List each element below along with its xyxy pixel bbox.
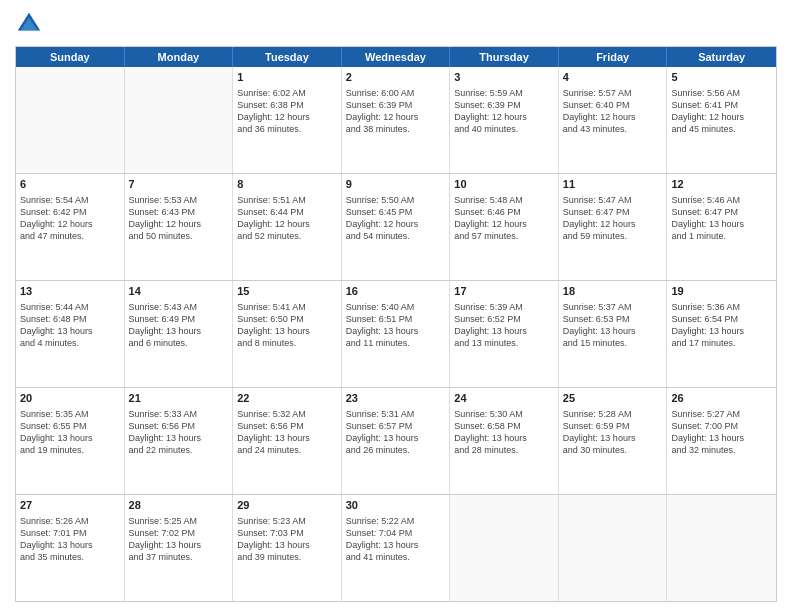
day-cell-18: 18Sunrise: 5:37 AM Sunset: 6:53 PM Dayli… xyxy=(559,281,668,387)
day-info: Sunrise: 5:40 AM Sunset: 6:51 PM Dayligh… xyxy=(346,301,446,350)
day-cell-4: 4Sunrise: 5:57 AM Sunset: 6:40 PM Daylig… xyxy=(559,67,668,173)
day-number: 28 xyxy=(129,498,229,513)
day-cell-21: 21Sunrise: 5:33 AM Sunset: 6:56 PM Dayli… xyxy=(125,388,234,494)
day-number: 6 xyxy=(20,177,120,192)
day-info: Sunrise: 5:48 AM Sunset: 6:46 PM Dayligh… xyxy=(454,194,554,243)
day-number: 29 xyxy=(237,498,337,513)
day-cell-20: 20Sunrise: 5:35 AM Sunset: 6:55 PM Dayli… xyxy=(16,388,125,494)
day-number: 25 xyxy=(563,391,663,406)
day-cell-24: 24Sunrise: 5:30 AM Sunset: 6:58 PM Dayli… xyxy=(450,388,559,494)
header-cell-sunday: Sunday xyxy=(16,47,125,67)
day-number: 12 xyxy=(671,177,772,192)
day-cell-10: 10Sunrise: 5:48 AM Sunset: 6:46 PM Dayli… xyxy=(450,174,559,280)
day-number: 15 xyxy=(237,284,337,299)
empty-cell xyxy=(450,495,559,601)
day-cell-19: 19Sunrise: 5:36 AM Sunset: 6:54 PM Dayli… xyxy=(667,281,776,387)
calendar-header-row: SundayMondayTuesdayWednesdayThursdayFrid… xyxy=(16,47,776,67)
day-cell-14: 14Sunrise: 5:43 AM Sunset: 6:49 PM Dayli… xyxy=(125,281,234,387)
day-number: 23 xyxy=(346,391,446,406)
day-cell-22: 22Sunrise: 5:32 AM Sunset: 6:56 PM Dayli… xyxy=(233,388,342,494)
day-cell-27: 27Sunrise: 5:26 AM Sunset: 7:01 PM Dayli… xyxy=(16,495,125,601)
header xyxy=(15,10,777,38)
day-number: 18 xyxy=(563,284,663,299)
day-info: Sunrise: 5:25 AM Sunset: 7:02 PM Dayligh… xyxy=(129,515,229,564)
day-info: Sunrise: 5:51 AM Sunset: 6:44 PM Dayligh… xyxy=(237,194,337,243)
day-number: 3 xyxy=(454,70,554,85)
calendar: SundayMondayTuesdayWednesdayThursdayFrid… xyxy=(15,46,777,602)
day-cell-2: 2Sunrise: 6:00 AM Sunset: 6:39 PM Daylig… xyxy=(342,67,451,173)
day-cell-29: 29Sunrise: 5:23 AM Sunset: 7:03 PM Dayli… xyxy=(233,495,342,601)
day-info: Sunrise: 5:22 AM Sunset: 7:04 PM Dayligh… xyxy=(346,515,446,564)
day-number: 2 xyxy=(346,70,446,85)
day-number: 1 xyxy=(237,70,337,85)
day-info: Sunrise: 5:33 AM Sunset: 6:56 PM Dayligh… xyxy=(129,408,229,457)
logo-icon xyxy=(15,10,43,38)
day-cell-12: 12Sunrise: 5:46 AM Sunset: 6:47 PM Dayli… xyxy=(667,174,776,280)
day-number: 30 xyxy=(346,498,446,513)
week-row-5: 27Sunrise: 5:26 AM Sunset: 7:01 PM Dayli… xyxy=(16,495,776,601)
day-info: Sunrise: 5:56 AM Sunset: 6:41 PM Dayligh… xyxy=(671,87,772,136)
header-cell-friday: Friday xyxy=(559,47,668,67)
day-cell-7: 7Sunrise: 5:53 AM Sunset: 6:43 PM Daylig… xyxy=(125,174,234,280)
day-number: 4 xyxy=(563,70,663,85)
day-number: 17 xyxy=(454,284,554,299)
week-row-3: 13Sunrise: 5:44 AM Sunset: 6:48 PM Dayli… xyxy=(16,281,776,388)
week-row-4: 20Sunrise: 5:35 AM Sunset: 6:55 PM Dayli… xyxy=(16,388,776,495)
day-number: 26 xyxy=(671,391,772,406)
day-info: Sunrise: 5:44 AM Sunset: 6:48 PM Dayligh… xyxy=(20,301,120,350)
day-info: Sunrise: 5:28 AM Sunset: 6:59 PM Dayligh… xyxy=(563,408,663,457)
empty-cell xyxy=(667,495,776,601)
day-number: 21 xyxy=(129,391,229,406)
day-number: 22 xyxy=(237,391,337,406)
day-cell-25: 25Sunrise: 5:28 AM Sunset: 6:59 PM Dayli… xyxy=(559,388,668,494)
day-info: Sunrise: 5:32 AM Sunset: 6:56 PM Dayligh… xyxy=(237,408,337,457)
day-info: Sunrise: 5:57 AM Sunset: 6:40 PM Dayligh… xyxy=(563,87,663,136)
day-info: Sunrise: 5:27 AM Sunset: 7:00 PM Dayligh… xyxy=(671,408,772,457)
day-info: Sunrise: 5:35 AM Sunset: 6:55 PM Dayligh… xyxy=(20,408,120,457)
day-cell-16: 16Sunrise: 5:40 AM Sunset: 6:51 PM Dayli… xyxy=(342,281,451,387)
day-info: Sunrise: 5:47 AM Sunset: 6:47 PM Dayligh… xyxy=(563,194,663,243)
day-info: Sunrise: 5:43 AM Sunset: 6:49 PM Dayligh… xyxy=(129,301,229,350)
day-info: Sunrise: 5:30 AM Sunset: 6:58 PM Dayligh… xyxy=(454,408,554,457)
header-cell-saturday: Saturday xyxy=(667,47,776,67)
day-cell-9: 9Sunrise: 5:50 AM Sunset: 6:45 PM Daylig… xyxy=(342,174,451,280)
day-number: 8 xyxy=(237,177,337,192)
day-cell-26: 26Sunrise: 5:27 AM Sunset: 7:00 PM Dayli… xyxy=(667,388,776,494)
day-cell-28: 28Sunrise: 5:25 AM Sunset: 7:02 PM Dayli… xyxy=(125,495,234,601)
day-info: Sunrise: 5:23 AM Sunset: 7:03 PM Dayligh… xyxy=(237,515,337,564)
day-number: 19 xyxy=(671,284,772,299)
header-cell-wednesday: Wednesday xyxy=(342,47,451,67)
day-info: Sunrise: 5:54 AM Sunset: 6:42 PM Dayligh… xyxy=(20,194,120,243)
day-number: 24 xyxy=(454,391,554,406)
day-cell-13: 13Sunrise: 5:44 AM Sunset: 6:48 PM Dayli… xyxy=(16,281,125,387)
logo xyxy=(15,10,47,38)
day-info: Sunrise: 5:59 AM Sunset: 6:39 PM Dayligh… xyxy=(454,87,554,136)
empty-cell xyxy=(125,67,234,173)
day-cell-8: 8Sunrise: 5:51 AM Sunset: 6:44 PM Daylig… xyxy=(233,174,342,280)
header-cell-thursday: Thursday xyxy=(450,47,559,67)
day-cell-11: 11Sunrise: 5:47 AM Sunset: 6:47 PM Dayli… xyxy=(559,174,668,280)
empty-cell xyxy=(559,495,668,601)
day-number: 16 xyxy=(346,284,446,299)
day-cell-17: 17Sunrise: 5:39 AM Sunset: 6:52 PM Dayli… xyxy=(450,281,559,387)
header-cell-tuesday: Tuesday xyxy=(233,47,342,67)
day-info: Sunrise: 5:37 AM Sunset: 6:53 PM Dayligh… xyxy=(563,301,663,350)
day-info: Sunrise: 6:02 AM Sunset: 6:38 PM Dayligh… xyxy=(237,87,337,136)
day-cell-6: 6Sunrise: 5:54 AM Sunset: 6:42 PM Daylig… xyxy=(16,174,125,280)
day-info: Sunrise: 5:39 AM Sunset: 6:52 PM Dayligh… xyxy=(454,301,554,350)
day-info: Sunrise: 5:31 AM Sunset: 6:57 PM Dayligh… xyxy=(346,408,446,457)
day-cell-15: 15Sunrise: 5:41 AM Sunset: 6:50 PM Dayli… xyxy=(233,281,342,387)
empty-cell xyxy=(16,67,125,173)
day-number: 27 xyxy=(20,498,120,513)
day-number: 9 xyxy=(346,177,446,192)
week-row-1: 1Sunrise: 6:02 AM Sunset: 6:38 PM Daylig… xyxy=(16,67,776,174)
day-number: 13 xyxy=(20,284,120,299)
calendar-body: 1Sunrise: 6:02 AM Sunset: 6:38 PM Daylig… xyxy=(16,67,776,601)
day-info: Sunrise: 5:36 AM Sunset: 6:54 PM Dayligh… xyxy=(671,301,772,350)
day-number: 11 xyxy=(563,177,663,192)
day-number: 7 xyxy=(129,177,229,192)
day-number: 10 xyxy=(454,177,554,192)
day-number: 5 xyxy=(671,70,772,85)
day-info: Sunrise: 5:53 AM Sunset: 6:43 PM Dayligh… xyxy=(129,194,229,243)
week-row-2: 6Sunrise: 5:54 AM Sunset: 6:42 PM Daylig… xyxy=(16,174,776,281)
